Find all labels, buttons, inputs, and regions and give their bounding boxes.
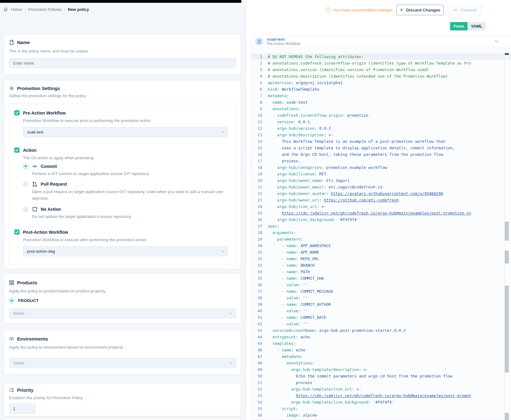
priority-description: Establish the priority for Promotion Pol… <box>9 395 84 400</box>
line-number: 13 <box>252 132 262 138</box>
code-line[interactable]: 23 argo-hub/owner_url: https://github.co… <box>252 197 511 203</box>
code-line[interactable]: 51 process <box>252 379 511 386</box>
code-line[interactable]: 45 templates: <box>252 340 511 347</box>
commit-radio[interactable] <box>23 164 28 169</box>
code-line[interactable]: 48 annotations: <box>252 360 511 366</box>
code-line[interactable]: 6kind: WorkflowTemplate <box>252 86 511 93</box>
code-line[interactable]: 17 process. <box>252 158 511 164</box>
tab-form[interactable]: Form <box>450 22 468 30</box>
code-line[interactable]: 44 entrypoint: echo <box>252 334 511 340</box>
warning-text: You have uncommitted changes <box>333 8 393 12</box>
code-line[interactable]: 37 - name: COMMIT_MESSAGE <box>252 288 511 295</box>
code-line[interactable]: 22 argo-hub/owner_avatar: https://avatar… <box>252 190 511 197</box>
line-number: 26 <box>252 216 262 223</box>
code-line[interactable]: 9 annotations: <box>252 106 511 112</box>
line-number: 43 <box>252 327 262 334</box>
code-line[interactable]: 28 arguments: <box>252 229 511 236</box>
chevron-down-icon[interactable] <box>495 40 499 43</box>
product-select[interactable]: Select <box>9 308 236 318</box>
pre-action-checkbox[interactable] <box>14 110 20 115</box>
code-line[interactable]: 11 version: 0.0.1 <box>252 119 511 125</box>
code-line[interactable]: 27spec: <box>252 223 511 229</box>
code-line[interactable]: 10 codefresh.io/workflow-origin: promoti… <box>252 112 511 119</box>
workflow-name-link[interactable]: soak-test <box>267 37 300 42</box>
code-line[interactable]: 52 argo-hub-template/icon_url: >- <box>252 386 511 392</box>
policy-name-input[interactable] <box>9 58 236 68</box>
breadcrumb-promotion-policies[interactable]: Promotion Policies <box>28 7 62 12</box>
code-line[interactable]: 21 argo-hub/owner_email: eti.zaguri@code… <box>252 184 511 190</box>
pull-request-icon <box>32 181 38 187</box>
code-line[interactable]: 26 argo-hub/icon_background: '#f4f4f4' <box>252 216 511 223</box>
code-line[interactable]: 42 value: '' <box>252 321 511 327</box>
code-line[interactable]: 43 serviceAccountName: argo-hub.post-pro… <box>252 327 511 334</box>
products-title: Products <box>17 280 37 285</box>
chevron-right-icon: › <box>25 7 26 11</box>
workflow-header: soak-test Pre-Action Workflow <box>252 35 511 48</box>
code-line[interactable]: 54 argo-hub-template/icon_background: '#… <box>252 399 511 405</box>
code-line[interactable]: 49 argo-hub-template/description: >- <box>252 366 511 373</box>
tab-yaml[interactable]: YAML <box>468 22 486 30</box>
discard-changes-button[interactable]: ✕ Discard Changes <box>396 5 444 15</box>
code-line[interactable]: 24 argo-hub/icon_url: >- <box>252 203 511 210</box>
code-line[interactable]: 19 argo-hub/license: MIT <box>252 171 511 177</box>
pull-request-radio[interactable] <box>23 182 28 187</box>
code-line[interactable]: 47 metadata: <box>252 353 511 360</box>
code-line[interactable]: 30 - name: APP_NAMESPACE <box>252 242 511 249</box>
code-line[interactable]: 13 argo-hub/description: >- <box>252 132 511 138</box>
post-action-checkbox[interactable] <box>14 229 20 235</box>
priority-input[interactable] <box>9 404 35 414</box>
code-line[interactable]: 46 - name: echo <box>252 347 511 353</box>
post-action-workflow-select[interactable]: post-action-dag <box>23 246 228 256</box>
pre-action-workflow-select[interactable]: soak-test <box>23 127 228 137</box>
panel-collapse-handle[interactable] <box>247 157 251 169</box>
code-line[interactable]: 56 image: alpine <box>252 412 511 418</box>
code-line[interactable]: 5apiVersion: argoproj.io/v1alpha1 <box>252 79 511 86</box>
priority-card: Priority Establish the priority for Prom… <box>4 383 241 416</box>
code-line[interactable]: 50 Echo the commit parameters and argo c… <box>252 373 511 379</box>
code-line[interactable]: 2# annotations.codefresh.io/workflow-ori… <box>252 60 511 66</box>
code-line[interactable]: 8 name: soak-test <box>252 99 511 106</box>
warning-icon: ! <box>326 7 331 12</box>
code-line[interactable]: 36 value: '' <box>252 282 511 288</box>
code-line[interactable]: 16 and the Argo CD host, taking these pa… <box>252 151 511 158</box>
code-line[interactable]: 32 - name: REPO_URL <box>252 255 511 262</box>
code-line[interactable]: 53 https://cdn.jsdelivr.net/gh/codefresh… <box>252 392 511 399</box>
commit-option-description: Perform a GIT commit on target applicati… <box>32 170 237 177</box>
code-line[interactable]: 38 value: '' <box>252 295 511 301</box>
breadcrumb-home[interactable]: Home <box>11 7 22 12</box>
code-line[interactable]: 29 parameters: <box>252 236 511 242</box>
code-line[interactable]: 39 - name: COMMIT_AUTHOR <box>252 301 511 308</box>
code-line[interactable]: 35 - name: COMMIT_SHA <box>252 275 511 282</box>
products-icon <box>9 280 14 285</box>
code-line[interactable]: 7metadata: <box>252 93 511 99</box>
product-radio[interactable] <box>9 298 14 303</box>
code-line[interactable]: 14 This Workflow Template is an example … <box>252 138 511 145</box>
editor-scrollbar[interactable] <box>504 48 509 420</box>
scrollbar-thumb[interactable] <box>505 53 509 55</box>
breadcrumb: Home › Promotion Policies › New policy <box>3 7 89 12</box>
code-line[interactable]: 31 - name: APP_NAME <box>252 249 511 255</box>
code-line[interactable]: 15 uses a script template to display app… <box>252 145 511 151</box>
code-line[interactable]: 34 - name: PATH <box>252 269 511 275</box>
code-line[interactable]: 20 argo-hub/owner_name: Eti Zaguri <box>252 177 511 184</box>
line-number: 47 <box>252 353 262 360</box>
no-action-radio[interactable] <box>23 207 28 212</box>
code-line[interactable]: 25 https://cdn.jsdelivr.net/gh/codefresh… <box>252 210 511 216</box>
code-line[interactable]: 55 script: <box>252 405 511 412</box>
code-line[interactable]: 1# DO NOT REMOVE the following attribute… <box>252 53 511 60</box>
action-checkbox[interactable] <box>14 147 20 153</box>
scrollbar-decoration <box>505 286 509 373</box>
code-line[interactable]: 12 argo-hub/version: 0.0.2 <box>252 125 511 132</box>
code-line[interactable]: 41 - name: COMMIT_DATE <box>252 314 511 321</box>
commit-button[interactable]: Commit <box>447 5 482 15</box>
code-line[interactable]: 40 value: '' <box>252 308 511 314</box>
code-line[interactable]: 33 - name: BRANCH <box>252 262 511 269</box>
page-root: Home › Promotion Policies › New policy N… <box>0 0 511 420</box>
code-line[interactable]: 3# annotations.version (identifies versi… <box>252 66 511 73</box>
code-line[interactable]: 18 argo-hub/categories: promotion exampl… <box>252 164 511 171</box>
home-icon[interactable] <box>3 7 8 12</box>
line-number: 4 <box>252 73 262 79</box>
code-lines[interactable]: 1# DO NOT REMOVE the following attribute… <box>252 48 511 420</box>
code-line[interactable]: 4# annotations.description (identifies i… <box>252 73 511 79</box>
environment-select[interactable]: Select <box>9 358 236 368</box>
